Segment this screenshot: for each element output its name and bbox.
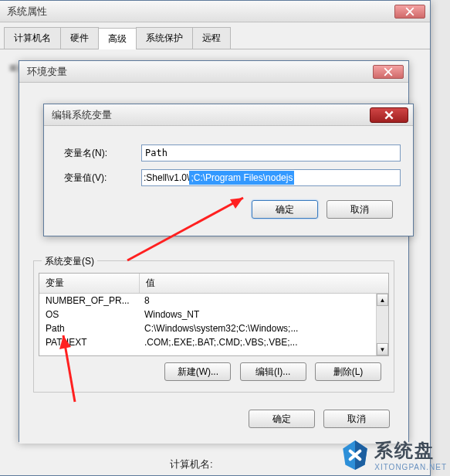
sysprops-titlebar: 系统属性: [0, 1, 430, 22]
edit-button[interactable]: 编辑(I)...: [240, 362, 306, 381]
varvalue-input[interactable]: :Shell\v1.0\;C:\Program Files\nodejs: [141, 169, 401, 186]
table-row[interactable]: NUMBER_OF_PR...8: [39, 294, 376, 308]
editvar-close-button[interactable]: [370, 107, 408, 123]
computer-name-label: 计算机名:: [170, 457, 213, 471]
delete-button[interactable]: 删除(L): [315, 362, 381, 381]
cell-name: OS: [39, 309, 140, 320]
scroll-up-icon[interactable]: ▲: [377, 294, 388, 306]
cell-name: Path: [39, 323, 140, 334]
sysprops-tabs: 计算机名 硬件 高级 系统保护 远程: [0, 22, 430, 49]
editvar-cancel-button[interactable]: 取消: [327, 200, 393, 219]
tab-system-protection[interactable]: 系统保护: [136, 27, 193, 49]
cell-value: 8: [140, 295, 376, 306]
sysprops-close-button[interactable]: [394, 5, 425, 19]
scroll-down-icon[interactable]: ▼: [377, 343, 388, 355]
editvar-title: 编辑系统变量: [52, 108, 370, 122]
sysvars-legend: 系统变量(S): [42, 255, 97, 268]
sysvars-group: 系统变量(S) 变量 值 NUMBER_OF_PR...8OSWindows_N…: [33, 260, 394, 393]
editvar-titlebar: 编辑系统变量: [44, 104, 413, 126]
col-variable[interactable]: 变量: [39, 274, 140, 293]
envvars-ok-button[interactable]: 确定: [249, 410, 315, 428]
sysvars-list[interactable]: 变量 值 NUMBER_OF_PR...8OSWindows_NTPathC:\…: [39, 273, 389, 356]
envvars-title: 环境变量: [27, 65, 373, 79]
varvalue-selection: ;C:\Program Files\nodejs: [189, 171, 294, 185]
envvars-close-button[interactable]: [373, 65, 404, 79]
cell-value: Windows_NT: [140, 309, 376, 320]
varvalue-label: 变量值(V):: [56, 172, 141, 185]
cell-name: NUMBER_OF_PR...: [39, 295, 140, 306]
varname-label: 变量名(N):: [56, 147, 141, 160]
table-row[interactable]: PATHEXT.COM;.EXE;.BAT;.CMD;.VBS;.VBE;...: [39, 335, 376, 349]
watermark: 系统盘 XITONGPAN.NET: [339, 438, 447, 471]
table-row[interactable]: PathC:\Windows\system32;C:\Windows;...: [39, 321, 376, 335]
watermark-text: 系统盘: [374, 438, 447, 463]
varvalue-prefix: :Shell\v1.0\: [142, 172, 189, 183]
envvars-cancel-button[interactable]: 取消: [323, 410, 390, 428]
table-row[interactable]: OSWindows_NT: [39, 308, 376, 321]
envvars-titlebar: 环境变量: [19, 61, 408, 83]
cell-value: .COM;.EXE;.BAT;.CMD;.VBS;.VBE;...: [140, 337, 376, 348]
col-value[interactable]: 值: [140, 274, 388, 293]
watermark-url: XITONGPAN.NET: [374, 463, 447, 471]
cell-name: PATHEXT: [39, 337, 140, 348]
tab-remote[interactable]: 远程: [192, 27, 231, 49]
cell-value: C:\Windows\system32;C:\Windows;...: [140, 323, 376, 334]
watermark-logo-icon: [339, 439, 371, 471]
varname-input[interactable]: [141, 144, 401, 162]
tab-computer-name[interactable]: 计算机名: [4, 27, 61, 49]
tab-hardware[interactable]: 硬件: [60, 27, 99, 49]
tab-advanced[interactable]: 高级: [98, 28, 137, 49]
sysvars-scrollbar[interactable]: ▲ ▼: [376, 294, 388, 355]
new-button[interactable]: 新建(W)...: [164, 362, 231, 381]
sysprops-title: 系统属性: [7, 5, 394, 19]
editvar-ok-button[interactable]: 确定: [252, 200, 318, 219]
